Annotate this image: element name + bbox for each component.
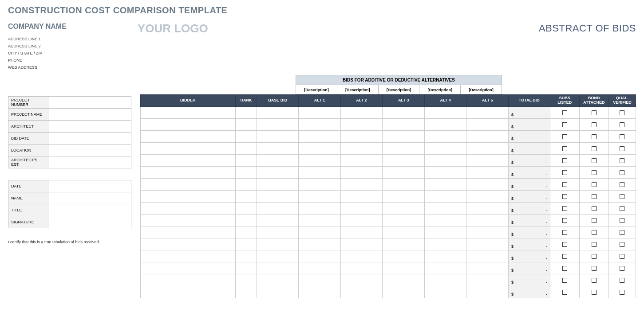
cell-alt3[interactable] <box>383 143 425 155</box>
input-date[interactable] <box>48 180 131 192</box>
cell-alt2[interactable] <box>340 191 383 203</box>
cell-alt1[interactable] <box>299 155 341 167</box>
cell-bidder[interactable] <box>141 119 236 131</box>
cell-base-bid[interactable] <box>257 119 299 131</box>
cell-bidder[interactable] <box>141 107 236 119</box>
checkbox-qual-verified[interactable] <box>620 290 624 295</box>
cell-alt5[interactable] <box>466 226 509 238</box>
checkbox-bond-attached[interactable] <box>592 206 597 211</box>
alt-desc-5[interactable]: [Description] <box>461 85 502 94</box>
checkbox-qual-verified[interactable] <box>620 158 624 163</box>
alt-desc-2[interactable]: [Description] <box>337 85 379 94</box>
cell-alt1[interactable] <box>299 107 341 119</box>
checkbox-qual-verified[interactable] <box>620 266 624 271</box>
input-project-name[interactable] <box>48 109 131 121</box>
cell-alt2[interactable] <box>340 226 383 238</box>
checkbox-bond-attached[interactable] <box>592 170 597 175</box>
input-name[interactable] <box>48 192 131 204</box>
cell-alt1[interactable] <box>299 143 341 155</box>
cell-alt4[interactable] <box>424 286 466 298</box>
cell-bidder[interactable] <box>141 274 236 286</box>
checkbox-bond-attached[interactable] <box>592 194 597 199</box>
cell-alt2[interactable] <box>340 143 383 155</box>
checkbox-qual-verified[interactable] <box>620 134 624 139</box>
cell-bidder[interactable] <box>141 155 236 167</box>
cell-bidder[interactable] <box>141 250 236 262</box>
cell-alt5[interactable] <box>466 238 509 250</box>
cell-rank[interactable] <box>235 250 257 262</box>
checkbox-qual-verified[interactable] <box>620 170 624 175</box>
checkbox-bond-attached[interactable] <box>592 122 597 127</box>
checkbox-bond-attached[interactable] <box>592 110 597 115</box>
alt-desc-4[interactable]: [Description] <box>419 85 461 94</box>
checkbox-qual-verified[interactable] <box>620 230 624 235</box>
cell-alt2[interactable] <box>340 250 383 262</box>
checkbox-qual-verified[interactable] <box>620 182 624 187</box>
cell-alt2[interactable] <box>340 238 383 250</box>
cell-rank[interactable] <box>235 155 257 167</box>
cell-rank[interactable] <box>235 131 257 143</box>
cell-alt2[interactable] <box>340 286 383 298</box>
checkbox-subs-listed[interactable] <box>562 290 567 295</box>
cell-alt2[interactable] <box>340 131 383 143</box>
cell-base-bid[interactable] <box>257 203 299 214</box>
cell-alt4[interactable] <box>424 155 466 167</box>
cell-alt5[interactable] <box>466 203 509 214</box>
cell-base-bid[interactable] <box>257 107 299 119</box>
checkbox-qual-verified[interactable] <box>620 206 624 211</box>
cell-alt1[interactable] <box>299 167 341 179</box>
cell-alt1[interactable] <box>299 131 341 143</box>
cell-rank[interactable] <box>235 167 257 179</box>
cell-bidder[interactable] <box>141 214 236 226</box>
cell-base-bid[interactable] <box>257 226 299 238</box>
cell-alt2[interactable] <box>340 107 383 119</box>
cell-alt3[interactable] <box>383 262 425 274</box>
checkbox-subs-listed[interactable] <box>562 254 567 259</box>
cell-alt4[interactable] <box>424 226 466 238</box>
checkbox-qual-verified[interactable] <box>620 110 624 115</box>
cell-base-bid[interactable] <box>257 250 299 262</box>
cell-bidder[interactable] <box>141 226 236 238</box>
cell-base-bid[interactable] <box>257 262 299 274</box>
checkbox-bond-attached[interactable] <box>592 278 597 283</box>
checkbox-qual-verified[interactable] <box>620 278 624 283</box>
cell-alt5[interactable] <box>466 179 509 191</box>
cell-alt5[interactable] <box>466 262 509 274</box>
cell-bidder[interactable] <box>141 191 236 203</box>
cell-alt3[interactable] <box>383 191 425 203</box>
cell-bidder[interactable] <box>141 203 236 214</box>
cell-alt4[interactable] <box>424 131 466 143</box>
checkbox-subs-listed[interactable] <box>562 158 567 163</box>
checkbox-subs-listed[interactable] <box>562 218 567 223</box>
cell-base-bid[interactable] <box>257 143 299 155</box>
cell-rank[interactable] <box>235 191 257 203</box>
cell-bidder[interactable] <box>141 167 236 179</box>
cell-rank[interactable] <box>235 203 257 214</box>
cell-alt4[interactable] <box>424 214 466 226</box>
checkbox-bond-attached[interactable] <box>592 218 597 223</box>
cell-alt2[interactable] <box>340 155 383 167</box>
checkbox-bond-attached[interactable] <box>592 242 597 247</box>
cell-alt1[interactable] <box>299 203 341 214</box>
input-architects-est[interactable] <box>48 156 131 168</box>
cell-alt4[interactable] <box>424 274 466 286</box>
cell-alt3[interactable] <box>383 250 425 262</box>
cell-rank[interactable] <box>235 238 257 250</box>
cell-alt5[interactable] <box>466 119 509 131</box>
cell-alt1[interactable] <box>299 191 341 203</box>
cell-alt1[interactable] <box>299 286 341 298</box>
cell-alt5[interactable] <box>466 107 509 119</box>
cell-alt2[interactable] <box>340 274 383 286</box>
cell-rank[interactable] <box>235 107 257 119</box>
input-bid-date[interactable] <box>48 133 131 144</box>
cell-alt4[interactable] <box>424 203 466 214</box>
cell-base-bid[interactable] <box>257 214 299 226</box>
checkbox-subs-listed[interactable] <box>562 278 567 283</box>
cell-alt5[interactable] <box>466 250 509 262</box>
cell-alt3[interactable] <box>383 131 425 143</box>
cell-alt5[interactable] <box>466 286 509 298</box>
cell-alt3[interactable] <box>383 179 425 191</box>
checkbox-subs-listed[interactable] <box>562 266 567 271</box>
cell-bidder[interactable] <box>141 238 236 250</box>
cell-alt3[interactable] <box>383 286 425 298</box>
